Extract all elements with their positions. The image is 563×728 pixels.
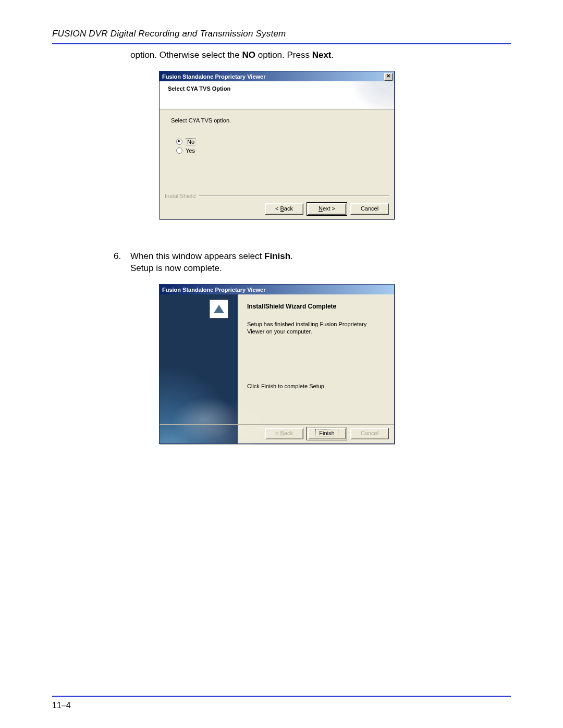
text: . — [290, 251, 293, 261]
text: ext > — [323, 205, 335, 212]
complete-body: Setup has finished installing Fusion Pro… — [247, 320, 385, 336]
dialog-buttons: < Back Finish Cancel — [265, 425, 389, 439]
wizard-side-art — [160, 294, 238, 443]
header-art — [342, 81, 394, 109]
manual-page: FUSION DVR Digital Recording and Transmi… — [0, 0, 563, 728]
text: ack — [284, 430, 293, 436]
next-button[interactable]: Next > — [308, 203, 346, 215]
finish-dialog: Fusion Standalone Proprietary Viewer Ins… — [159, 284, 395, 444]
triangle-icon — [214, 305, 224, 313]
radio-no-label: No — [186, 138, 196, 145]
prompt-text: Select CYA TVS option. — [171, 117, 383, 124]
dialog-titlebar[interactable]: Fusion Standalone Proprietary Viewer — [160, 285, 394, 294]
text: B — [280, 430, 284, 436]
dialog-buttons: < Back Next > Cancel — [265, 203, 389, 215]
bold-next: Next — [312, 50, 332, 60]
bold-finish: Finish — [264, 251, 290, 261]
page-header-title: FUSION DVR Digital Recording and Transmi… — [52, 29, 511, 39]
text: < — [275, 205, 280, 212]
instruction-fragment: option. Otherwise select the NO option. … — [130, 50, 464, 61]
text: option. Press — [255, 50, 312, 60]
dialog-titlebar[interactable]: Fusion Standalone Proprietary Viewer ✕ — [160, 71, 394, 81]
finish-button[interactable]: Finish — [308, 428, 346, 439]
step-number: 6. — [114, 251, 130, 275]
divider — [199, 195, 389, 196]
cya-tvs-dialog: Fusion Standalone Proprietary Viewer ✕ S… — [159, 71, 395, 219]
text: . — [332, 50, 334, 60]
text: Finish — [315, 429, 338, 437]
bold-no: NO — [242, 50, 256, 60]
radio-no-row[interactable]: No — [176, 138, 383, 145]
dialog-title: Fusion Standalone Proprietary Viewer — [162, 73, 265, 80]
step-6: 6. When this window appears select Finis… — [114, 251, 447, 275]
text: When this window appears select — [130, 251, 264, 261]
installshield-label: InstallShield — [165, 193, 195, 199]
radio-yes-label: Yes — [186, 147, 195, 154]
complete-heading: InstallShield Wizard Complete — [247, 303, 385, 310]
text: option. Otherwise select the — [130, 50, 242, 60]
header-rule — [52, 43, 511, 44]
text: N — [319, 205, 323, 212]
text: Setup is now complete. — [130, 263, 293, 275]
cancel-button[interactable]: Cancel — [350, 203, 389, 215]
footer-rule — [52, 696, 511, 697]
wizard-content: InstallShield Wizard Complete Setup has … — [238, 294, 394, 443]
radio-no[interactable] — [176, 139, 182, 145]
dialog-body: Select CYA TVS option. No Yes InstallShi… — [160, 110, 394, 219]
text: ack — [284, 205, 293, 212]
installer-logo-icon — [210, 300, 228, 318]
dialog-body: InstallShield Wizard Complete Setup has … — [160, 294, 394, 443]
cancel-button: Cancel — [350, 428, 389, 439]
dialog-title: Fusion Standalone Proprietary Viewer — [162, 287, 265, 293]
dialog-header: Select CYA TVS Option — [160, 81, 394, 110]
close-icon[interactable]: ✕ — [384, 73, 393, 81]
text: < — [275, 430, 280, 436]
text: B — [280, 205, 284, 212]
installshield-line: InstallShield — [165, 193, 389, 199]
back-button[interactable]: < Back — [265, 203, 303, 215]
radio-yes[interactable] — [176, 147, 182, 154]
page-number: 11–4 — [52, 701, 71, 710]
complete-hint: Click Finish to complete Setup. — [247, 383, 326, 389]
radio-yes-row[interactable]: Yes — [176, 147, 383, 154]
dialog-subtitle: Select CYA TVS Option — [168, 85, 230, 92]
back-button: < Back — [265, 428, 303, 439]
